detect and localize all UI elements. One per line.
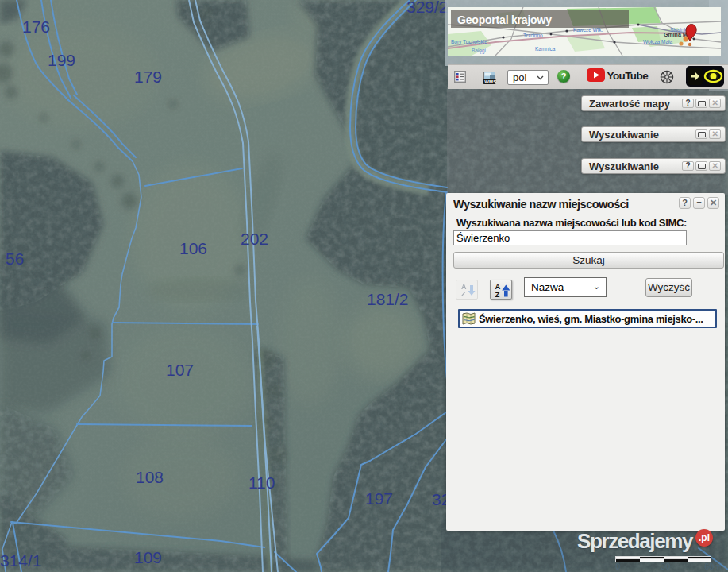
svg-text:Z: Z bbox=[461, 290, 466, 298]
svg-text:Bory Tucholskie: Bory Tucholskie bbox=[451, 39, 487, 45]
svg-text:Kawcze Wlk.: Kawcze Wlk. bbox=[573, 27, 603, 33]
svg-text:Kamnica: Kamnica bbox=[535, 46, 556, 52]
svg-text:Bałęgi: Bałęgi bbox=[472, 48, 486, 54]
svg-text:Z: Z bbox=[495, 290, 500, 299]
svg-text:YouTube: YouTube bbox=[607, 70, 649, 82]
svg-text:WMS: WMS bbox=[484, 79, 496, 84]
svg-text:Trzcinno: Trzcinno bbox=[523, 33, 543, 38]
svg-text:Wołcza Mała: Wołcza Mała bbox=[643, 39, 672, 44]
svg-text:Geoportal krajowy: Geoportal krajowy bbox=[457, 14, 552, 26]
